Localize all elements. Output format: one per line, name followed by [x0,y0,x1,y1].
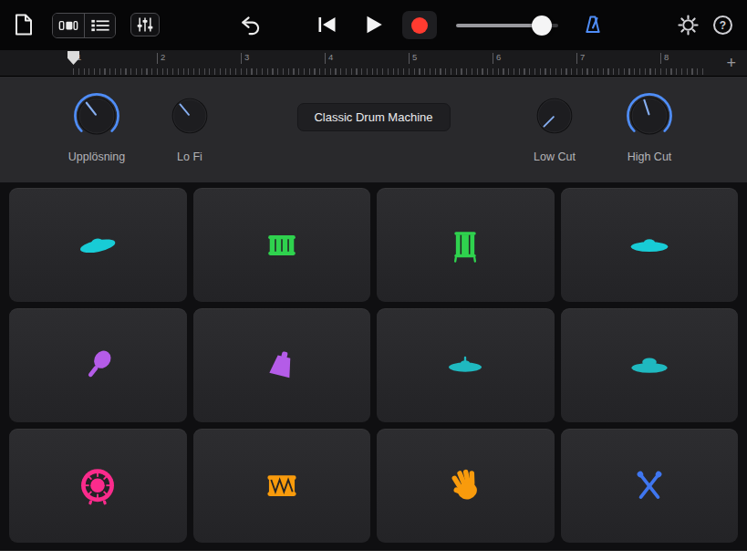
drum-pad-floor-tom[interactable] [377,188,555,302]
drum-pad-cowbell[interactable] [193,308,371,422]
drum-pad-shaker[interactable] [9,308,187,422]
garageband-drum-machine-window: ? 1 2 3 4 5 6 7 8 + Upplösning [0,0,747,560]
faders-icon [135,16,155,34]
knob-label: High Cut [602,150,697,163]
drum-pad-open-hi-hat[interactable] [561,308,739,422]
metronome-button[interactable] [582,14,604,36]
knob-label: Lo Fi [142,150,237,163]
undo-button[interactable] [239,15,262,36]
live-loops-view-button[interactable] [53,14,84,37]
volume-slider-thumb[interactable] [532,16,552,36]
add-bars-button[interactable]: + [721,52,742,74]
drum-pad-hand-clap[interactable] [377,429,555,543]
bar-number: 3 [241,53,249,64]
hand-clap-icon [442,463,488,509]
drum-pad-closed-hi-hat[interactable] [377,308,555,422]
view-toggle-group [52,13,116,38]
knob-dial-icon [70,89,123,142]
top-toolbar: ? [0,0,747,50]
cowbell-icon [259,343,305,389]
knob-dial-icon [532,93,577,139]
question-mark-icon: ? [720,20,726,31]
skip-to-beginning-button[interactable] [316,14,338,36]
bar-number: 8 [660,53,669,64]
master-volume-slider[interactable] [456,24,558,27]
drumsticks-icon [627,463,672,509]
drum-pad-snare[interactable] [193,188,371,302]
instrument-controls-panel: Upplösning Lo Fi Classic Drum Machine Lo… [0,77,747,182]
drum-pad-marching-snare[interactable] [193,429,371,543]
tracks-view-button[interactable] [84,14,115,37]
knob-high-cut[interactable]: High Cut [602,89,697,163]
knob-upplosning[interactable]: Upplösning [49,89,144,163]
bar-number: 7 [576,53,585,64]
mixer-button[interactable] [130,13,160,36]
undo-arrow-icon [239,15,262,36]
kick-drum-icon [75,463,120,509]
document-icon [15,14,33,36]
drum-pad-crash-cymbal[interactable] [561,188,739,302]
knob-label: Upplösning [49,150,144,163]
metronome-icon [582,14,604,36]
marching-snare-icon [259,463,305,509]
bar-number: 2 [157,53,165,64]
timeline-ruler[interactable]: 1 2 3 4 5 6 7 8 + [0,50,747,77]
record-icon [411,17,428,34]
ride-cymbal-icon [75,223,120,268]
page-background-strip [0,551,747,560]
my-songs-button[interactable] [15,14,33,36]
gear-icon [678,15,699,36]
loops-view-icon [58,19,78,32]
drum-pad-drumsticks[interactable] [561,429,739,543]
drum-pad-grid [0,182,747,551]
record-button[interactable] [402,11,437,39]
ruler-minor-ticks [73,68,708,75]
knob-dial-icon [623,89,676,142]
bar-number: 4 [325,53,333,64]
help-button[interactable]: ? [713,16,732,35]
knob-low-cut[interactable]: Low Cut [507,93,602,163]
play-icon [361,13,385,36]
closed-hi-hat-icon [442,343,488,389]
skip-to-beginning-icon [316,14,338,36]
bar-number: 5 [409,53,417,64]
bar-number: 6 [493,53,501,64]
shaker-icon [75,343,120,389]
tracks-view-icon [90,19,110,32]
settings-button[interactable] [678,15,699,36]
drum-pad-ride-cymbal[interactable] [9,188,187,302]
knob-label: Low Cut [507,150,602,163]
knob-dial-icon [167,93,213,139]
snare-drum-icon [259,223,305,268]
knob-lo-fi[interactable]: Lo Fi [142,93,237,163]
play-button[interactable] [361,13,385,36]
drum-pad-kick-drum[interactable] [9,429,187,543]
crash-cymbal-icon [627,223,672,268]
floor-tom-icon [442,223,488,268]
preset-name-button[interactable]: Classic Drum Machine [296,103,450,131]
open-hi-hat-icon [627,343,672,389]
